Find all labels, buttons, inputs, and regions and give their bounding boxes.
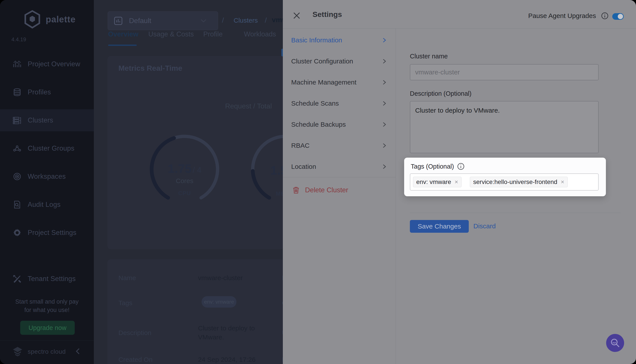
sidebar-divider [0, 340, 94, 341]
doc-search-icon [13, 200, 22, 209]
info-created-value: 24 Sep 2024, 17:26 [198, 356, 256, 363]
tag-chip-env-vmware: env: vmware × [413, 177, 462, 187]
cluster-page: Default / Clusters / vmwar Overview Usag… [94, 0, 283, 364]
menu-item-rbac[interactable]: RBAC [283, 135, 396, 156]
sidebar-item-clusters[interactable]: Clusters [0, 109, 94, 131]
palette-logo-icon [23, 10, 42, 29]
chevron-right-icon [382, 164, 387, 169]
footer-brand-name: spectro cloud [28, 348, 66, 355]
cpu-unit: Cores [158, 177, 211, 185]
collapse-sidebar-icon[interactable] [75, 348, 81, 355]
info-description-line2: VMware. [198, 334, 224, 341]
menu-divider [283, 177, 396, 178]
sidebar-item-label: Project Overview [28, 60, 80, 68]
sidebar-item-cluster-groups[interactable]: Cluster Groups [0, 138, 94, 159]
chevron-right-icon [382, 80, 387, 85]
pause-agent-upgrades-label: Pause Agent Upgrades [528, 12, 596, 20]
menu-item-cluster-configuration[interactable]: Cluster Configuration [283, 51, 396, 72]
cluster-name-input[interactable]: vmware-cluster [410, 64, 599, 80]
remove-tag-icon[interactable]: × [561, 179, 564, 186]
breadcrumb-clusters[interactable]: Clusters [234, 17, 258, 24]
sidebar-item-label: Clusters [28, 116, 53, 124]
sidebar-item-tenant-settings[interactable]: Tenant Settings [0, 268, 94, 289]
breadcrumb-separator: / [222, 16, 224, 24]
target-icon [13, 172, 22, 181]
delete-cluster-button[interactable]: Delete Cluster [283, 180, 396, 201]
sidebar: palette 4.4.19 Project Overview Profiles… [0, 0, 94, 364]
network-icon [13, 144, 22, 153]
chevron-right-icon [382, 101, 387, 106]
tags-section-spotlight: Tags (Optional) env: vmware × service:he… [404, 158, 606, 196]
sidebar-item-label: Tenant Settings [28, 275, 76, 283]
menu-item-schedule-scans[interactable]: Schedule Scans [283, 93, 396, 114]
tab-usage-costs[interactable]: Usage & Costs [148, 30, 194, 38]
cluster-info-card: Name vmware-cluster Tags env: vmware Des… [108, 259, 283, 364]
promo-line-1: Start small and only pay [0, 298, 94, 306]
help-search-fab[interactable] [606, 334, 624, 352]
sidebar-item-project-overview[interactable]: Project Overview [0, 54, 94, 75]
cpu-value: 1.75 [168, 162, 192, 176]
menu-item-location[interactable]: Location [283, 156, 396, 177]
upgrade-now-button[interactable]: Upgrade now [20, 321, 75, 335]
save-changes-label: Save Changes [418, 222, 461, 230]
tags-label: Tags (Optional) [411, 163, 454, 170]
tag-chip-service-hello-universe-frontend: service:hello-universe-frontend × [470, 177, 568, 187]
magnifier-smile-icon [610, 338, 620, 348]
chevron-right-icon [382, 38, 387, 42]
sidebar-item-label: Cluster Groups [28, 144, 75, 152]
info-created-label: Created On [118, 356, 153, 363]
menu-item-machine-management[interactable]: Machine Management [283, 72, 396, 93]
menu-item-schedule-backups[interactable]: Schedule Backups [283, 114, 396, 135]
info-name-value: vmware-cluster [198, 274, 243, 282]
sidebar-item-project-settings[interactable]: Project Settings [0, 222, 94, 243]
server-icon [13, 116, 22, 125]
close-icon[interactable] [293, 12, 300, 19]
tools-icon [13, 274, 22, 283]
tab-profile[interactable]: Profile [203, 30, 223, 38]
cpu-gauge-value: 1.75 / 4 [158, 161, 211, 176]
save-changes-button[interactable]: Save Changes [410, 220, 469, 233]
sidebar-item-label: Workspaces [28, 172, 66, 180]
sidebar-item-label: Audit Logs [28, 201, 61, 208]
settings-header: Settings Pause Agent Upgrades [283, 0, 636, 28]
settings-drawer: Settings Pause Agent Upgrades Basic Info… [283, 0, 636, 364]
form-divider [410, 213, 621, 213]
menu-item-basic-information[interactable]: Basic Information [283, 30, 396, 51]
tags-info-icon[interactable] [457, 162, 465, 170]
metrics-legend: Request / Total [225, 102, 272, 110]
settings-menu: Basic Information Cluster Configuration … [283, 28, 396, 364]
info-tag-chip: env: vmware [201, 296, 236, 308]
remove-tag-icon[interactable]: × [455, 179, 458, 186]
sidebar-item-profiles[interactable]: Profiles [0, 82, 94, 103]
info-icon[interactable] [601, 12, 609, 20]
cluster-name-value: vmware-cluster [415, 68, 460, 76]
sidebar-item-workspaces[interactable]: Workspaces [0, 166, 94, 187]
description-value: Cluster to deploy to VMware. [415, 107, 500, 114]
gear-icon [13, 228, 22, 237]
project-selector[interactable]: Default [108, 12, 218, 30]
layers-icon [13, 88, 22, 96]
settings-title: Settings [312, 10, 342, 19]
discard-button[interactable]: Discard [473, 222, 496, 230]
chevron-right-icon [382, 122, 387, 127]
project-icon [114, 16, 123, 26]
sidebar-item-audit-logs[interactable]: Audit Logs [0, 194, 94, 215]
chevron-right-icon [382, 59, 387, 64]
memory-label: ME [276, 190, 283, 197]
info-description-label: Description [118, 329, 151, 336]
trash-icon [293, 186, 299, 194]
metrics-title: Metrics Real-Time [118, 64, 182, 72]
active-tab-underline [108, 44, 137, 46]
tags-input[interactable]: env: vmware × service:hello-universe-fro… [410, 174, 599, 190]
delete-cluster-label: Delete Cluster [305, 186, 348, 194]
tab-overview[interactable]: Overview [108, 30, 138, 38]
spectro-cloud-logo [12, 346, 23, 357]
description-textarea[interactable]: Cluster to deploy to VMware. [410, 101, 599, 153]
pause-agent-upgrades-toggle[interactable] [612, 13, 624, 20]
tab-workloads[interactable]: Workloads [244, 30, 276, 38]
sidebar-item-label: Profiles [28, 88, 51, 96]
project-name: Default [129, 17, 151, 25]
info-name-label: Name [118, 274, 136, 282]
description-label: Description (Optional) [410, 90, 471, 97]
cpu-label: CPU [158, 190, 211, 197]
